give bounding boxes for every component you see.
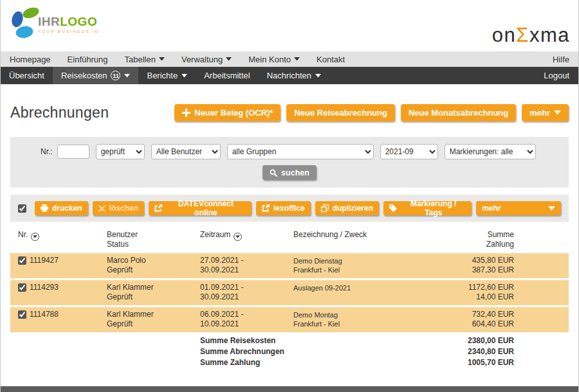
tags-button[interactable]: Markierung / Tags	[383, 201, 472, 215]
onexma-logo: onΣxma	[492, 24, 570, 47]
cell-description: Demo MontagFrankfurt - Kiel	[293, 310, 418, 328]
chevron-down-icon	[294, 57, 300, 61]
summary-label: Summe Abrechnungen	[200, 346, 418, 357]
nav-kontakt[interactable]: Kontakt	[317, 55, 345, 64]
nav-mein-konto[interactable]: Mein Konto	[248, 55, 300, 64]
search-row: suchen	[10, 165, 569, 180]
logo-text-logo: LOGO	[60, 15, 97, 28]
nr-input[interactable]	[57, 145, 89, 159]
cell-sum-payment: 435,80 EUR387,30 EUR	[418, 256, 514, 275]
summary-label: Summe Reisekosten	[200, 335, 418, 346]
onexma-post: xma	[529, 24, 570, 46]
nav-berichte[interactable]: Berichte	[138, 67, 196, 84]
duplicate-button[interactable]: duplizieren	[315, 201, 379, 215]
summary-line: Summe Zahlung 1005,70 EUR	[10, 357, 569, 368]
new-travel-report-button[interactable]: Neue Reiseabrechnung	[286, 104, 395, 121]
company-logo: IHRLOGO YOUR BUSINESS ID	[10, 6, 99, 39]
nav-hilfe[interactable]: Hilfe	[553, 55, 569, 64]
main-content: Abrechnungen Neuer Beleg (OCR)* Neue Rei…	[1, 104, 578, 368]
nav-reisekosten[interactable]: Reisekosten 11	[53, 67, 139, 84]
month-select[interactable]: 2021-09	[380, 144, 438, 159]
nr-label: Nr.:	[41, 147, 53, 156]
print-button[interactable]: drucken	[35, 201, 88, 215]
plus-icon	[182, 109, 190, 117]
chevron-down-icon	[226, 57, 232, 61]
header-bezeichnung: Bezeichnung / Zweck	[293, 230, 418, 249]
groups-select[interactable]: alle Gruppen	[227, 144, 374, 159]
summary-line: Summe Abrechnungen 2340,80 EUR	[10, 346, 569, 357]
table-row: 1119427 Marco PoloGeprüft 27.09.2021 -30…	[10, 253, 569, 278]
page-title: Abrechnungen	[10, 104, 109, 121]
header-benutzer-status: Benutzer Status	[107, 230, 200, 249]
more-button[interactable]: mehr	[522, 104, 569, 121]
title-row: Abrechnungen Neuer Beleg (OCR)* Neue Rei…	[10, 104, 569, 121]
cell-period: 01.09.2021 -30.09.2021	[200, 283, 293, 302]
summary-value: 2340,80 EUR	[418, 346, 514, 357]
summary-label: Summe Zahlung	[200, 357, 418, 368]
export-icon	[154, 204, 162, 212]
printer-icon	[41, 204, 48, 212]
cell-sum-payment: 1172,60 EUR14,00 EUR	[418, 283, 514, 302]
new-monthly-report-button[interactable]: Neue Monatsabrechnung	[401, 104, 516, 121]
cell-description: Auslagen 09-2021	[293, 283, 418, 292]
nav-einfuehrung[interactable]: Einführung	[68, 55, 108, 64]
nav-arbeitsmittel[interactable]: Arbeitsmittel	[196, 67, 259, 84]
table-row: 1114293 Karl KlammerGeprüft 01.09.2021 -…	[10, 280, 569, 305]
new-receipt-button[interactable]: Neuer Beleg (OCR)*	[174, 104, 280, 121]
nav-nachrichten[interactable]: Nachrichten	[259, 67, 329, 84]
cell-period: 06.09.2021 -10.09.2021	[200, 310, 293, 329]
lexoffice-button[interactable]: lexoffice	[256, 201, 311, 215]
cell-period: 27.09.2021 -30.09.2021	[200, 256, 293, 275]
bulk-more-button[interactable]: mehr	[476, 201, 561, 215]
nav-homepage[interactable]: Homepage	[10, 55, 51, 64]
search-icon	[270, 169, 277, 177]
header: IHRLOGO YOUR BUSINESS ID onΣxma	[1, 0, 578, 51]
datevconnect-button[interactable]: DATEVconnect online	[149, 201, 252, 215]
cell-description: Demo DienstagFrankfurt - Kiel	[293, 256, 418, 274]
summary-value: 1005,70 EUR	[418, 357, 514, 368]
filter-panel: Nr.: geprüft Alle Benutzer alle Gruppen …	[10, 137, 569, 188]
header-nr: Nr.	[18, 230, 107, 249]
logo-text: IHRLOGO YOUR BUSINESS ID	[38, 15, 99, 33]
tag-icon	[389, 204, 397, 212]
nav-tabellen[interactable]: Tabellen	[125, 55, 165, 64]
primary-actions: Neuer Beleg (OCR)* Neue Reiseabrechnung …	[174, 104, 569, 121]
chevron-down-icon	[548, 206, 555, 211]
logo-swirl-icon	[10, 6, 42, 39]
header-zeitraum: Zeitraum	[200, 230, 293, 249]
chevron-down-icon	[181, 74, 187, 78]
filter-row: Nr.: geprüft Alle Benutzer alle Gruppen …	[10, 144, 569, 159]
cell-user-status: Marco PoloGeprüft	[107, 256, 200, 275]
row-checkbox[interactable]	[18, 310, 26, 319]
nav-verwaltung[interactable]: Verwaltung	[181, 55, 232, 64]
table-summary: Summe Reisekosten 2380,00 EUR Summe Abre…	[10, 335, 569, 368]
bulk-action-bar: drucken löschen DATEVconnect online lexo…	[10, 195, 569, 222]
summary-value: 2380,00 EUR	[418, 335, 514, 346]
export-icon	[262, 204, 270, 212]
onexma-pre: on	[492, 24, 516, 46]
select-all-checkbox[interactable]	[18, 204, 26, 213]
reisekosten-count-badge: 11	[111, 71, 120, 80]
delete-button[interactable]: löschen	[93, 201, 144, 215]
search-button[interactable]: suchen	[262, 165, 317, 180]
nav-logout[interactable]: Logout	[535, 67, 578, 84]
nav-uebersicht[interactable]: Übersicht	[1, 67, 53, 84]
tags-filter-select[interactable]: Markierungen: alle	[445, 144, 536, 159]
table-row: 1114788 Karl KlammerGeprüft 06.09.2021 -…	[10, 307, 569, 332]
cell-user-status: Karl KlammerGeprüft	[107, 283, 200, 302]
secondary-nav: Übersicht Reisekosten 11 Berichte Arbeit…	[1, 67, 578, 84]
status-select[interactable]: geprüft	[96, 144, 145, 159]
sort-icon[interactable]	[234, 233, 242, 241]
chevron-down-icon	[159, 57, 165, 61]
table-header: Nr. Benutzer Status Zeitraum Bezeichnung…	[10, 230, 569, 249]
chevron-down-icon	[315, 74, 321, 78]
sort-icon[interactable]	[31, 233, 39, 241]
summary-line: Summe Reisekosten 2380,00 EUR	[10, 335, 569, 346]
chevron-down-icon	[554, 111, 561, 115]
cell-user-status: Karl KlammerGeprüft	[107, 310, 200, 329]
row-checkbox[interactable]	[18, 256, 26, 265]
row-checkbox[interactable]	[18, 283, 26, 292]
users-select[interactable]: Alle Benutzer	[151, 144, 221, 159]
chevron-down-icon	[124, 74, 130, 78]
logo-text-ihr: IHR	[38, 15, 60, 28]
